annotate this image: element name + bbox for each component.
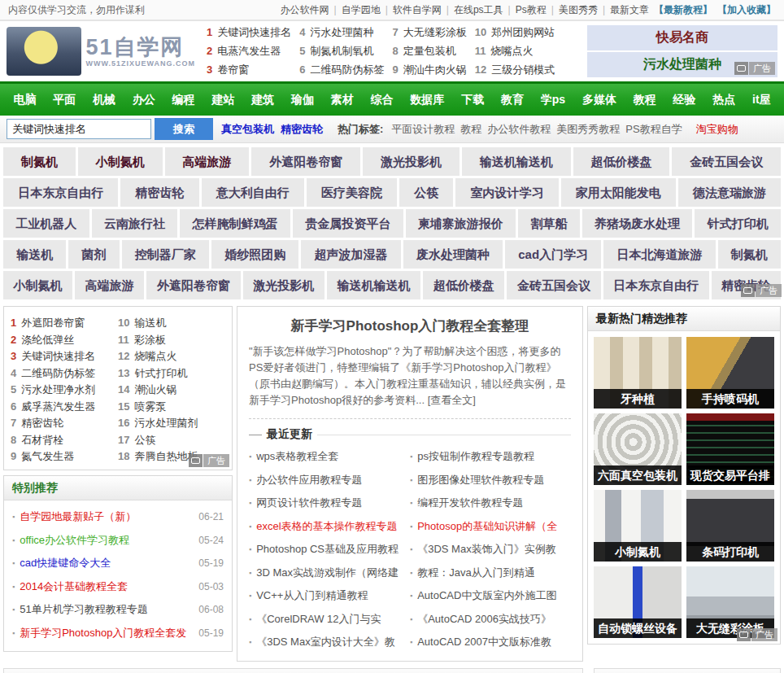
keyword-ad-link[interactable]: 家用太阳能发电 bbox=[561, 178, 676, 207]
header-ad-box[interactable]: 快易名商 污水处理菌种 广告 bbox=[587, 25, 777, 77]
keyword-ad-link[interactable]: 公筷 bbox=[399, 178, 453, 207]
search-input[interactable] bbox=[7, 119, 151, 139]
keyword-ad-link[interactable]: 超声波加湿器 bbox=[301, 240, 400, 269]
recent-link[interactable]: 3D Max实战游戏制作（网络建 bbox=[256, 566, 399, 580]
recent-link[interactable]: 《CorelDRAW 12入门与实 bbox=[256, 612, 381, 627]
recent-link[interactable]: 编程开发软件教程专题 bbox=[417, 496, 523, 510]
recent-link[interactable]: Photosop的基础知识讲解（全 bbox=[417, 519, 557, 534]
recent-link[interactable]: VC++从入门到精通教程 bbox=[256, 588, 368, 603]
ranked-link[interactable]: 三级分销模式 bbox=[491, 63, 555, 76]
nav-item-建筑[interactable]: 建筑 bbox=[243, 93, 283, 107]
nav-item-多媒体[interactable]: 多媒体 bbox=[574, 93, 625, 107]
quick-link[interactable]: 精密齿轮 bbox=[281, 123, 323, 135]
nav-item-经验[interactable]: 经验 bbox=[664, 93, 704, 107]
special-link[interactable]: 自学园地最新贴子（新） bbox=[20, 509, 136, 524]
left-ranked-link[interactable]: 彩涂板 bbox=[134, 334, 166, 346]
keyword-ad-link[interactable]: 意大利自由行 bbox=[202, 178, 304, 207]
ranked-link[interactable]: 郑州团购网站 bbox=[491, 26, 555, 38]
left-ranked-link[interactable]: 氮气发生器 bbox=[21, 450, 74, 462]
nav-item-下载[interactable]: 下载 bbox=[453, 93, 493, 107]
keyword-ad-link[interactable]: 割草船 bbox=[518, 209, 580, 238]
keyword-ad-link[interactable]: 金砖五国会议 bbox=[507, 271, 600, 299]
nav-item-it屋[interactable]: it屋 bbox=[744, 93, 779, 107]
left-ranked-link[interactable]: 污水处理菌剂 bbox=[134, 417, 198, 429]
topbar-link[interactable]: 办公软件网 bbox=[281, 3, 329, 17]
ranked-link[interactable]: 关键词快速排名 bbox=[217, 26, 291, 38]
keyword-ad-link[interactable]: 云南旅行社 bbox=[92, 209, 178, 238]
keyword-ad-link[interactable]: 日本东京自由行 bbox=[3, 178, 118, 207]
topbar-extra-link[interactable]: 【加入收藏】 bbox=[717, 3, 776, 17]
left-ranked-link[interactable]: 威孚蒸汽发生器 bbox=[21, 400, 95, 413]
hot-tag-taobao[interactable]: 淘宝购物 bbox=[696, 122, 738, 137]
left-ranked-link[interactable]: 污水处理净水剂 bbox=[21, 383, 95, 395]
ad-badge[interactable]: 广告 bbox=[741, 284, 782, 297]
nav-item-教育[interactable]: 教育 bbox=[493, 93, 533, 107]
hot-tag[interactable]: 办公软件教程 bbox=[487, 123, 551, 135]
read-more-link[interactable]: [查看全文] bbox=[428, 394, 476, 406]
keyword-ad-link[interactable]: 小制氮机 bbox=[78, 147, 163, 176]
keyword-ad-link[interactable]: 养猪场废水处理 bbox=[582, 209, 693, 238]
quick-link[interactable]: 真空包装机 bbox=[221, 123, 274, 135]
nav-item-平面[interactable]: 平面 bbox=[45, 93, 85, 107]
keyword-ad-link[interactable]: 高端旅游 bbox=[165, 147, 250, 176]
nav-item-数据库[interactable]: 数据库 bbox=[402, 93, 453, 107]
left-ranked-link[interactable]: 公筷 bbox=[134, 434, 155, 446]
keyword-ad-link[interactable]: 医疗美容院 bbox=[307, 178, 397, 207]
keyword-ad-link[interactable]: 制氮机 bbox=[3, 147, 76, 176]
topbar-link[interactable]: 软件自学网 bbox=[393, 3, 442, 17]
ranked-link[interactable]: 制氮机制氧机 bbox=[310, 45, 373, 57]
hot-tag[interactable]: PS教程自学 bbox=[625, 123, 682, 135]
recent-link[interactable]: 网页设计软件教程专题 bbox=[256, 496, 362, 510]
left-ranked-link[interactable]: 烧嘴点火 bbox=[134, 350, 176, 362]
nav-item-热点[interactable]: 热点 bbox=[704, 93, 744, 107]
keyword-ad-link[interactable]: 超低价楼盘 bbox=[573, 147, 670, 176]
keyword-ad-link[interactable]: 废水处理菌种 bbox=[403, 240, 503, 269]
ranked-link[interactable]: 卷帘窗 bbox=[217, 63, 249, 76]
product-card[interactable]: 牙种植 bbox=[594, 337, 682, 409]
topbar-link[interactable]: 美图秀秀 bbox=[559, 3, 598, 17]
ranked-link[interactable]: 潮汕牛肉火锅 bbox=[403, 63, 467, 76]
left-ranked-link[interactable]: 潮汕火锅 bbox=[134, 383, 176, 395]
recent-link[interactable]: 《AutoCAD 2006实战技巧》 bbox=[417, 612, 551, 627]
left-ranked-link[interactable]: 输送机 bbox=[134, 317, 166, 329]
keyword-ad-link[interactable]: 外遮阳卷帘窗 bbox=[251, 147, 360, 176]
hot-tag[interactable]: 教程 bbox=[460, 123, 481, 135]
left-ranked-link[interactable]: 涤纶低弹丝 bbox=[21, 334, 74, 346]
ranked-link[interactable]: 二维码防伪标签 bbox=[310, 63, 384, 76]
nav-item-办公[interactable]: 办公 bbox=[124, 93, 163, 107]
ranked-link[interactable]: 电蒸汽发生器 bbox=[217, 45, 281, 57]
keyword-ad-link[interactable]: 日本北海道旅游 bbox=[603, 240, 715, 269]
left-ranked-link[interactable]: 外遮阳卷帘窗 bbox=[21, 317, 85, 329]
keyword-ad-link[interactable]: 德法意瑞旅游 bbox=[678, 178, 781, 207]
keyword-ad-link[interactable]: 室内设计学习 bbox=[455, 178, 558, 207]
topbar-extra-link[interactable]: 【最新教程】 bbox=[654, 3, 712, 17]
recent-link[interactable]: 《3DS Max装饰入门》实例教 bbox=[417, 542, 555, 557]
nav-item-综合[interactable]: 综合 bbox=[362, 93, 402, 107]
special-link[interactable]: office办公软件学习教程 bbox=[20, 533, 129, 548]
keyword-ad-link[interactable]: 柬埔寨旅游报价 bbox=[406, 209, 516, 238]
recent-link[interactable]: AutoCAD 2007中文版标准教 bbox=[417, 635, 551, 649]
left-ranked-link[interactable]: 关键词快速排名 bbox=[21, 350, 95, 362]
product-card[interactable]: 现货交易平台排 bbox=[686, 413, 774, 485]
keyword-ad-link[interactable]: 菌剂 bbox=[68, 240, 119, 269]
product-card[interactable]: 小制氮机 bbox=[594, 490, 682, 562]
special-link[interactable]: 新手学习Photoshop入门教程全套发 bbox=[20, 626, 186, 640]
recent-link[interactable]: Photoshop CS基础及应用教程 bbox=[256, 542, 399, 557]
topbar-link[interactable]: Ps教程 bbox=[516, 3, 547, 17]
product-card[interactable]: 大无缝彩涂板 bbox=[686, 566, 774, 638]
recent-link[interactable]: 《3DS Max室内设计大全》教 bbox=[256, 635, 394, 649]
keyword-ad-link[interactable]: 金砖五国会议 bbox=[672, 147, 781, 176]
keyword-ad-link[interactable]: 输送机输送机 bbox=[327, 271, 420, 299]
keyword-ad-link[interactable]: 日本东京自由行 bbox=[603, 271, 709, 299]
keyword-ad-link[interactable]: 贵金属投资平台 bbox=[293, 209, 403, 238]
recent-link[interactable]: wps表格教程全套 bbox=[256, 449, 338, 464]
topbar-link[interactable]: 最新文章 bbox=[610, 3, 649, 17]
topbar-link[interactable]: 在线ps工具 bbox=[454, 3, 503, 17]
keyword-ad-link[interactable]: 精密齿轮 bbox=[120, 178, 198, 207]
keyword-ad-link[interactable]: 针式打印机 bbox=[695, 209, 781, 238]
keyword-ad-link[interactable]: 输送机 bbox=[3, 240, 66, 269]
ad-badge[interactable]: 广告 bbox=[189, 454, 229, 467]
keyword-ad-link[interactable]: 激光投影机 bbox=[363, 147, 460, 176]
keyword-ad-link[interactable]: 外遮阳卷帘窗 bbox=[146, 271, 240, 299]
product-card[interactable]: 手持喷码机 bbox=[686, 337, 774, 409]
